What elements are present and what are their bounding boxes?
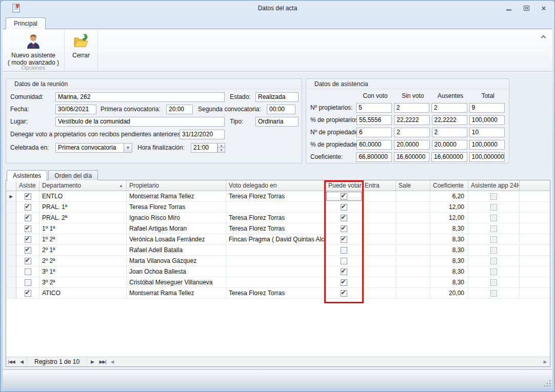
cell-sale[interactable] (396, 288, 430, 298)
app24h-checkbox[interactable] (490, 258, 497, 264)
column-header-puede_votar[interactable]: Puede votar (326, 180, 362, 191)
nav-last-record-icon[interactable]: ▶▶| (97, 357, 108, 366)
cell-app24h[interactable] (468, 277, 520, 287)
comunidad-field[interactable]: Marina, 262 (55, 92, 225, 102)
denegar-fecha-field[interactable]: 31/12/2020 (180, 130, 225, 139)
puede_votar-checkbox[interactable] (341, 247, 347, 254)
cell-departamento[interactable]: 3º 2ª (39, 277, 127, 287)
cell-sale[interactable] (396, 277, 430, 287)
cell-coeficiente[interactable]: 8,30 (430, 256, 468, 266)
cell-coeficiente[interactable]: 12,00 (430, 202, 468, 212)
cell-entra[interactable] (362, 256, 396, 266)
cell-asiste[interactable] (16, 245, 39, 255)
cell-departamento[interactable]: ENTLO (39, 191, 127, 201)
cell-app24h[interactable] (468, 266, 520, 277)
cell-voto_delegado[interactable] (226, 256, 326, 266)
app24h-checkbox[interactable] (490, 269, 497, 275)
asiste-checkbox[interactable] (25, 279, 31, 286)
asiste-checkbox[interactable] (25, 247, 31, 254)
new-attendee-button[interactable]: Nuevo asistente ( modo avanzado ) (6, 31, 61, 64)
cell-propietario[interactable]: Teresa Florez Torras (127, 202, 226, 212)
cell-entra[interactable] (362, 213, 396, 223)
cell-app24h[interactable] (468, 202, 520, 212)
cell-puede_votar[interactable] (326, 245, 362, 255)
asiste-checkbox[interactable] (25, 225, 31, 232)
nav-previous-record-icon[interactable]: ◀ (16, 357, 27, 366)
cell-app24h[interactable] (468, 213, 520, 223)
asistencia-value-field[interactable]: 6 (356, 128, 392, 137)
minimize-icon[interactable] (505, 5, 512, 12)
cell-app24h[interactable] (468, 191, 520, 201)
cell-app24h[interactable] (468, 234, 520, 244)
tab-asistentes[interactable]: Asistentes (7, 170, 47, 181)
cell-puede_votar[interactable] (326, 223, 362, 234)
hora-finalizacion-field[interactable]: 21:00 (191, 143, 217, 153)
puede_votar-checkbox[interactable] (341, 258, 347, 264)
asiste-checkbox[interactable] (25, 236, 31, 243)
cell-puede_votar[interactable] (326, 191, 362, 201)
table-row[interactable]: 2º 2ªMarta Vilanova Gázquez8,30 (6, 256, 550, 266)
cell-voto_delegado[interactable]: Teresa Florez Torras (226, 191, 326, 201)
cell-departamento[interactable]: 2º 1ª (39, 245, 127, 255)
cell-voto_delegado[interactable] (226, 245, 326, 255)
asistencia-value-field[interactable]: 2 (394, 103, 429, 113)
cell-entra[interactable] (362, 277, 396, 287)
nav-next-record-icon[interactable]: ▶ (87, 357, 97, 366)
asistencia-value-field[interactable]: 100,0000 (469, 140, 505, 150)
segunda-convocatoria-field[interactable]: 00:00 (267, 105, 295, 114)
cell-departamento[interactable]: PRAL. 2ª (39, 213, 127, 223)
cell-propietario[interactable]: Joan Ochoa Ballesta (127, 266, 226, 277)
cell-entra[interactable] (362, 191, 396, 201)
asistencia-value-field[interactable]: 55,5556 (356, 115, 392, 125)
table-row[interactable]: PRAL. 2ªIgnacio Risco MiroTeresa Florez … (6, 213, 550, 223)
app24h-checkbox[interactable] (490, 279, 497, 286)
cell-app24h[interactable] (468, 245, 520, 255)
cell-puede_votar[interactable] (326, 256, 362, 266)
scroll-right-icon[interactable]: ▶ (541, 359, 550, 364)
cell-voto_delegado[interactable]: Teresa Florez Torras (226, 223, 326, 234)
cell-entra[interactable] (362, 234, 396, 244)
cell-entra[interactable] (362, 245, 396, 255)
cell-voto_delegado[interactable]: Fincas Pragma ( David Quintas Alcal... (226, 234, 326, 244)
puede_votar-checkbox[interactable] (341, 193, 347, 200)
cell-coeficiente[interactable]: 8,30 (430, 277, 468, 287)
maximize-icon[interactable] (523, 5, 530, 12)
cell-coeficiente[interactable]: 12,00 (430, 213, 468, 223)
cell-voto_delegado[interactable] (226, 277, 326, 287)
app24h-checkbox[interactable] (490, 290, 497, 297)
asistencia-value-field[interactable]: 5 (356, 103, 391, 113)
table-row[interactable]: ▶ENTLOMontserrat Rama TellezTeresa Flore… (6, 191, 550, 202)
tipo-field[interactable]: Ordinaria (255, 117, 299, 127)
cell-departamento[interactable]: 1º 1ª (39, 223, 127, 234)
asistencia-value-field[interactable]: 20,0000 (394, 140, 429, 150)
spinner-up-icon[interactable]: ▲ (217, 143, 225, 148)
cell-sale[interactable] (396, 245, 430, 255)
nav-first-record-icon[interactable]: |◀◀ (6, 357, 16, 366)
cell-propietario[interactable]: Montserrat Rama Tellez (127, 288, 226, 298)
app24h-checkbox[interactable] (490, 204, 497, 211)
column-header-sale[interactable]: Sale (396, 180, 430, 191)
cell-propietario[interactable]: Cristóbal Meseguer Villanueva (127, 277, 226, 287)
app24h-checkbox[interactable] (490, 236, 497, 243)
asistencia-value-field[interactable]: 22,2222 (432, 115, 467, 125)
puede_votar-checkbox[interactable] (341, 236, 347, 243)
cell-puede_votar[interactable] (326, 277, 362, 287)
cell-propietario[interactable]: Montserrat Rama Tellez (127, 191, 226, 201)
lugar-field[interactable]: Vestíbulo de la comunidad (55, 117, 225, 127)
cell-voto_delegado[interactable] (226, 266, 326, 277)
chevron-down-icon[interactable]: ▼ (124, 143, 132, 152)
app24h-checkbox[interactable] (490, 247, 497, 254)
column-header-voto_delegado[interactable]: Voto delegado en (226, 180, 326, 191)
close-form-button[interactable]: Cerrar (68, 31, 94, 64)
cell-propietario[interactable]: Verónica Losada Ferrández (127, 234, 226, 244)
asistencia-value-field[interactable]: 2 (431, 103, 467, 113)
resize-grip-icon[interactable] (544, 380, 550, 386)
column-header-departamento[interactable]: Departamento▲ (39, 180, 127, 191)
cell-asiste[interactable] (16, 213, 39, 223)
tab-principal[interactable]: Principal (6, 17, 46, 29)
cell-asiste[interactable] (16, 234, 39, 244)
asiste-checkbox[interactable] (25, 215, 31, 221)
cell-coeficiente[interactable]: 8,30 (430, 234, 468, 244)
cell-asiste[interactable] (16, 288, 39, 298)
estado-field[interactable]: Realizada (255, 92, 299, 102)
